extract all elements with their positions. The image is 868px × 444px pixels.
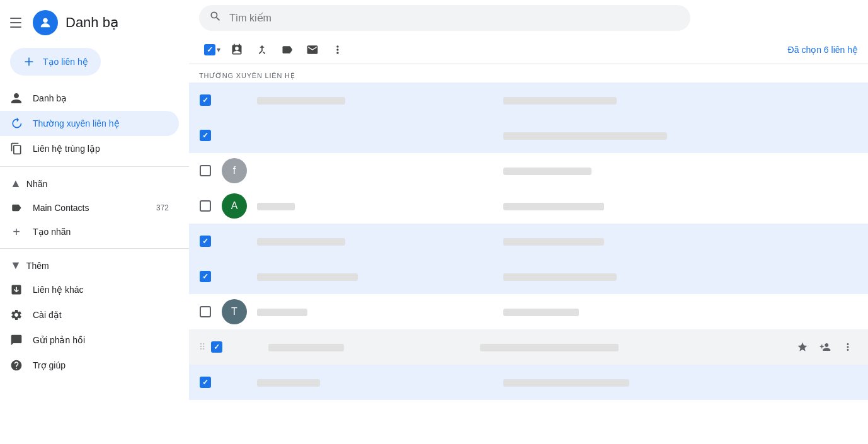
contact-row[interactable] (189, 83, 868, 118)
divider-2 (0, 248, 189, 249)
contact-info-col (503, 95, 858, 105)
contact-info-col (503, 307, 858, 317)
sidebar-item-lien-he-khac[interactable]: Liên hệ khác (0, 277, 179, 302)
person-icon (10, 92, 23, 105)
search-input[interactable] (229, 13, 680, 24)
contact-avatar: f (222, 158, 247, 183)
contact-name-col (257, 201, 493, 211)
contact-name-col (257, 307, 493, 317)
contact-info-col (503, 201, 858, 211)
sidebar-item-thuong-xuyen-label: Thường xuyên liên hệ (33, 118, 120, 128)
create-label-label: Tạo nhãn (33, 227, 71, 237)
sidebar-item-tro-giup-label: Trợ giúp (33, 360, 66, 370)
search-bar-container (189, 0, 868, 36)
feedback-icon (10, 334, 23, 346)
contact-info-col (480, 342, 782, 352)
select-all-checkbox[interactable] (204, 44, 215, 55)
contact-name (257, 97, 345, 105)
contact-info-col (503, 377, 858, 387)
import-icon (10, 283, 23, 296)
help-icon (10, 359, 23, 372)
app-title: Danh bạ (66, 14, 118, 31)
contact-row[interactable] (189, 365, 868, 400)
contact-name (257, 203, 295, 210)
contact-name (257, 309, 307, 316)
contact-checkbox[interactable] (199, 305, 212, 318)
contact-info (503, 97, 617, 105)
label-main-contacts-count: 372 (156, 203, 169, 212)
contacts-section-label: THƯỜNG XUYÊN LIÊN HỆ (189, 64, 868, 83)
contact-info (503, 203, 604, 210)
email-button[interactable] (301, 38, 324, 61)
brand-logo (33, 10, 58, 35)
contact-info (503, 379, 629, 387)
contact-row[interactable]: A (189, 188, 868, 224)
contact-checkbox[interactable] (199, 164, 212, 177)
merge-button[interactable] (251, 38, 273, 61)
sidebar-item-thuong-xuyen[interactable]: Thường xuyên liên hệ (0, 111, 179, 136)
label-button[interactable] (276, 38, 299, 61)
sidebar-item-lien-he-trung-lap-label: Liên hệ trùng lặp (33, 144, 100, 154)
contact-name-col (257, 271, 493, 282)
copy-icon (10, 142, 23, 155)
more-section-header[interactable]: ▼ Thêm (0, 254, 189, 277)
sidebar-item-danh-ba-label: Danh bạ (33, 93, 67, 103)
more-row-actions-button[interactable] (838, 337, 858, 357)
toolbar: ▾ Đã chọn 6 liên hệ (189, 36, 868, 64)
contact-info (503, 273, 617, 281)
contact-checkbox[interactable] (199, 129, 212, 142)
contact-name-col (257, 95, 493, 105)
contact-checkbox[interactable] (199, 376, 212, 389)
sidebar-item-cai-dat[interactable]: Cài đặt (0, 302, 179, 327)
sidebar-item-lien-he-khac-label: Liên hệ khác (33, 285, 84, 295)
contact-checkbox[interactable] (199, 270, 212, 283)
label-icon (10, 202, 23, 214)
contact-name-col (257, 236, 493, 246)
add-to-contacts-button[interactable] (815, 337, 835, 357)
labels-section-header[interactable]: ▲ Nhãn (0, 172, 189, 195)
contact-row[interactable]: T (189, 294, 868, 329)
sidebar-item-gui-phan-hoi-label: Gửi phản hồi (33, 335, 85, 345)
hamburger-menu-icon[interactable] (10, 15, 25, 30)
contact-row[interactable] (189, 224, 868, 259)
label-item-main-contacts[interactable]: Main Contacts 372 (0, 195, 179, 220)
select-dropdown-icon: ▾ (217, 45, 220, 54)
contact-info (503, 238, 604, 246)
more-actions-button[interactable] (326, 38, 349, 61)
contact-row[interactable]: ⠿ (189, 329, 868, 365)
search-bar (199, 5, 690, 31)
chevron-down-icon: ▼ (10, 259, 21, 272)
contact-checkbox[interactable] (199, 235, 212, 248)
contact-row[interactable] (189, 118, 868, 153)
contact-name (257, 238, 345, 246)
sidebar-item-gui-phan-hoi[interactable]: Gửi phản hồi (0, 327, 179, 353)
contact-info (503, 132, 667, 140)
sidebar-item-lien-he-trung-lap[interactable]: Liên hệ trùng lặp (0, 136, 179, 161)
contact-checkbox[interactable] (210, 341, 223, 353)
contact-info-col (503, 130, 858, 140)
drag-handle-icon[interactable]: ⠿ (199, 342, 205, 352)
sidebar-item-cai-dat-label: Cài đặt (33, 310, 62, 320)
create-label-button[interactable]: + Tạo nhãn (0, 220, 189, 243)
contact-checkbox[interactable] (199, 200, 212, 212)
sidebar-item-tro-giup[interactable]: Trợ giúp (0, 353, 179, 378)
chevron-up-icon: ▲ (10, 177, 21, 190)
settings-icon (10, 309, 23, 321)
add-contact-button[interactable] (226, 38, 248, 61)
create-contact-label: Tạo liên hệ (43, 57, 88, 67)
contacts-list: THƯỜNG XUYÊN LIÊN HỆ f (189, 64, 868, 444)
select-all-button[interactable]: ▾ (199, 38, 223, 61)
contact-row[interactable]: f (189, 153, 868, 188)
create-contact-button[interactable]: Tạo liên hệ (10, 48, 101, 76)
history-icon (10, 117, 23, 130)
svg-point-0 (43, 18, 47, 23)
plus-icon (23, 55, 35, 68)
sidebar-header: Danh bạ (0, 5, 189, 45)
contact-checkbox[interactable] (199, 94, 212, 106)
contact-row[interactable] (189, 259, 868, 294)
contact-info-col (503, 236, 858, 246)
star-button[interactable] (792, 337, 813, 357)
contact-name-col (268, 342, 470, 352)
contact-name-col (257, 166, 493, 176)
sidebar-item-danh-ba[interactable]: Danh bạ (0, 86, 179, 111)
